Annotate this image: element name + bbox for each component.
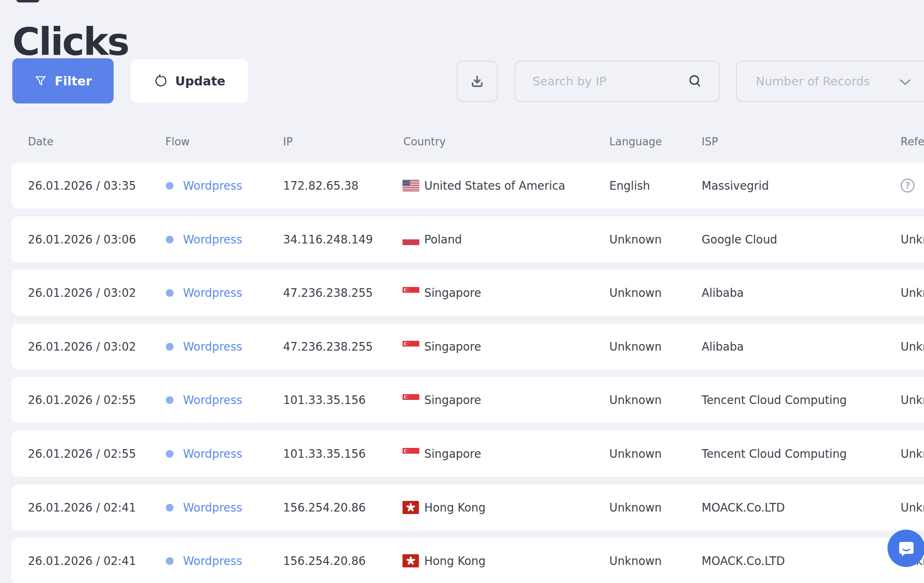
language-cell: Unknown [609,270,662,316]
country-cell: Singapore [424,324,481,370]
country-flag-icon [403,216,419,262]
refresh-icon [154,74,168,88]
table-row: 26.01.2026 / 02:55 Wordpress 101.33.35.1… [11,431,924,477]
help-circle-icon[interactable]: ? [901,179,915,193]
country-flag-icon [403,324,419,370]
column-header-date: Date [28,135,53,148]
country-cell: Poland [424,216,462,262]
isp-cell: Alibaba [702,270,744,316]
language-cell: Unknown [609,431,662,477]
flow-status-dot [166,324,174,370]
language-cell: English [609,163,650,209]
flow-link[interactable]: Wordpress [183,484,242,530]
isp-cell: Alibaba [702,324,744,370]
table-row: 26.01.2026 / 02:41 Wordpress 156.254.20.… [11,538,924,583]
update-button-label: Update [175,74,225,88]
column-header-country: Country [403,135,446,148]
ip-cell: 34.116.248.149 [283,216,373,262]
country-flag-icon [403,484,419,530]
ip-cell: 47.236.238.255 [283,324,373,370]
ip-cell: 101.33.35.156 [283,377,366,423]
country-flag-icon [403,270,419,316]
date-cell: 26.01.2026 / 03:06 [28,216,136,262]
referrer-cell: Unknown ? [901,216,924,262]
country-flag-icon [403,538,419,583]
filter-button-label: Filter [55,74,92,88]
update-button[interactable]: Update [131,59,248,103]
column-header-ip: IP [283,135,293,148]
isp-cell: Tencent Cloud Computing [702,431,847,477]
date-cell: 26.01.2026 / 03:02 [28,270,136,316]
referrer-cell: Unknown ? [901,431,924,477]
date-cell: 26.01.2026 / 02:41 [28,538,136,583]
flow-link[interactable]: Wordpress [183,270,242,316]
records-count-select[interactable]: Number of Records [736,61,924,102]
referrer-cell: Unknown ? [901,324,924,370]
flow-status-dot [166,431,174,477]
referrer-text: Unknown [901,501,924,514]
referrer-cell: Unknown ? [901,484,924,530]
column-header-language: Language [609,135,662,148]
chevron-down-icon [899,79,911,86]
referrer-text: Unknown [901,447,924,460]
country-cell: Singapore [424,431,481,477]
date-cell: 26.01.2026 / 03:35 [28,163,136,209]
referrer-text: Unknown [901,233,924,246]
country-flag-icon [403,163,419,209]
table-row: 26.01.2026 / 03:02 Wordpress 47.236.238.… [11,270,924,316]
date-cell: 26.01.2026 / 02:55 [28,431,136,477]
flow-link[interactable]: Wordpress [183,216,242,262]
language-cell: Unknown [609,377,662,423]
flow-link[interactable]: Wordpress [183,431,242,477]
date-cell: 26.01.2026 / 03:02 [28,324,136,370]
download-button[interactable] [457,61,498,102]
filter-button[interactable]: Filter [12,58,114,103]
column-header-referrer: Referrer [901,135,924,148]
isp-cell: Google Cloud [702,216,777,262]
search-by-ip-field [515,61,720,102]
flow-link[interactable]: Wordpress [183,377,242,423]
referrer-cell: Unknown ? [901,270,924,316]
country-cell: Singapore [424,377,481,423]
country-cell: Hong Kong [424,484,486,530]
table-row: 26.01.2026 / 03:06 Wordpress 34.116.248.… [11,216,924,262]
referrer-text: Unknown [901,286,924,299]
flow-status-dot [166,216,174,262]
ip-cell: 172.82.65.38 [283,163,359,209]
ip-cell: 101.33.35.156 [283,431,366,477]
filter-funnel-icon [34,74,47,87]
referrer-cell: Unknown ? [901,377,924,423]
flow-status-dot [166,270,174,316]
country-cell: Singapore [424,270,481,316]
flow-status-dot [166,163,174,209]
country-flag-icon [403,431,419,477]
country-flag-icon [403,377,419,423]
ip-cell: 156.254.20.86 [283,538,366,583]
language-cell: Unknown [609,324,662,370]
chat-launcher-button[interactable] [887,530,924,567]
search-icon[interactable] [687,73,703,90]
flow-link[interactable]: Wordpress [183,538,242,583]
clicks-page: Clicks Filter Update [0,0,924,583]
flow-link[interactable]: Wordpress [183,163,242,209]
flow-status-dot [166,377,174,423]
isp-cell: MOACK.Co.LTD [702,484,785,530]
ip-cell: 156.254.20.86 [283,484,366,530]
flow-link[interactable]: Wordpress [183,324,242,370]
language-cell: Unknown [609,538,662,583]
referrer-text: Unknown [901,340,924,353]
language-cell: Unknown [609,216,662,262]
records-select-placeholder: Number of Records [737,74,924,88]
table-row: 26.01.2026 / 02:55 Wordpress 101.33.35.1… [11,377,924,423]
table-row: 26.01.2026 / 02:41 Wordpress 156.254.20.… [11,484,924,530]
table-row: 26.01.2026 / 03:02 Wordpress 47.236.238.… [11,324,924,370]
download-tray-icon [469,73,485,90]
search-input[interactable] [515,74,687,88]
ip-cell: 47.236.238.255 [283,270,373,316]
column-header-flow: Flow [165,135,190,148]
column-header-isp: ISP [702,135,718,148]
table-header-row: DateFlowIPCountryLanguageISPReferrer [0,135,924,150]
language-cell: Unknown [609,484,662,530]
isp-cell: Massivegrid [702,163,769,209]
flow-status-dot [166,484,174,530]
